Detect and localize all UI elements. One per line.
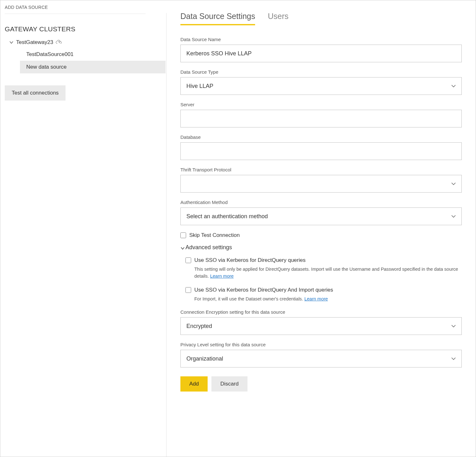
- auth-method-select[interactable]: Select an authentication method: [180, 207, 462, 225]
- sso-directquery-import-checkbox[interactable]: [185, 287, 191, 293]
- server-label: Server: [180, 102, 462, 107]
- database-input[interactable]: [180, 142, 462, 160]
- tabs: Data Source Settings Users: [180, 12, 462, 25]
- sso-directquery-label[interactable]: Use SSO via Kerberos for DirectQuery que…: [194, 257, 305, 263]
- privacy-level-label: Privacy Level setting for this data sour…: [180, 342, 462, 347]
- advanced-settings-block: Use SSO via Kerberos for DirectQuery que…: [180, 257, 462, 302]
- chevron-down-icon: [9, 40, 14, 45]
- main-content: Data Source Settings Users Data Source N…: [166, 0, 476, 457]
- database-label: Database: [180, 134, 462, 140]
- gateway-item-label: TestGateway23: [16, 39, 53, 46]
- data-source-name-input[interactable]: [180, 45, 462, 62]
- server-input[interactable]: [180, 110, 462, 127]
- data-source-type-select[interactable]: Hive LLAP: [180, 77, 462, 95]
- encryption-select[interactable]: Encrypted: [180, 317, 462, 335]
- add-data-source-link[interactable]: ADD DATA SOURCE: [5, 5, 146, 14]
- thrift-protocol-select[interactable]: [180, 175, 462, 193]
- data-source-item-active[interactable]: New data source: [20, 61, 166, 73]
- learn-more-link[interactable]: Learn more: [210, 274, 234, 279]
- privacy-level-select[interactable]: Organizational: [180, 350, 462, 367]
- sidebar-divider: [166, 13, 166, 457]
- data-source-item[interactable]: TestDataSource001: [5, 48, 162, 61]
- gateway-clusters-heading: GATEWAY CLUSTERS: [5, 25, 162, 33]
- sso-directquery-help: This setting will only be applied for Di…: [194, 266, 462, 280]
- sso-directquery-checkbox[interactable]: [185, 257, 191, 263]
- advanced-settings-expander[interactable]: Advanced settings: [180, 244, 462, 251]
- chevron-down-icon: [180, 245, 185, 250]
- cloud-sync-icon: [56, 40, 62, 45]
- thrift-protocol-label: Thrift Transport Protocol: [180, 167, 462, 172]
- test-all-connections-button[interactable]: Test all connections: [5, 85, 66, 101]
- add-button[interactable]: Add: [180, 376, 208, 392]
- sso-directquery-import-label[interactable]: Use SSO via Kerberos for DirectQuery And…: [194, 287, 333, 293]
- auth-method-label: Authentication Method: [180, 200, 462, 205]
- tab-data-source-settings[interactable]: Data Source Settings: [180, 12, 255, 25]
- gateway-item[interactable]: TestGateway23: [5, 37, 162, 48]
- gateway-tree: TestGateway23 TestDataSource001 New data…: [5, 37, 162, 73]
- discard-button[interactable]: Discard: [211, 376, 247, 392]
- sidebar: ADD DATA SOURCE GATEWAY CLUSTERS TestGat…: [0, 0, 166, 457]
- encryption-label: Connection Encryption setting for this d…: [180, 309, 462, 315]
- advanced-settings-label: Advanced settings: [185, 244, 232, 251]
- data-source-type-label: Data Source Type: [180, 69, 462, 75]
- data-source-name-label: Data Source Name: [180, 37, 462, 42]
- tab-users[interactable]: Users: [268, 12, 288, 25]
- skip-test-label[interactable]: Skip Test Connection: [189, 232, 240, 238]
- sso-import-help: For Import, it will use the Dataset owne…: [194, 296, 462, 303]
- learn-more-link[interactable]: Learn more: [304, 296, 328, 301]
- skip-test-checkbox[interactable]: [180, 232, 186, 238]
